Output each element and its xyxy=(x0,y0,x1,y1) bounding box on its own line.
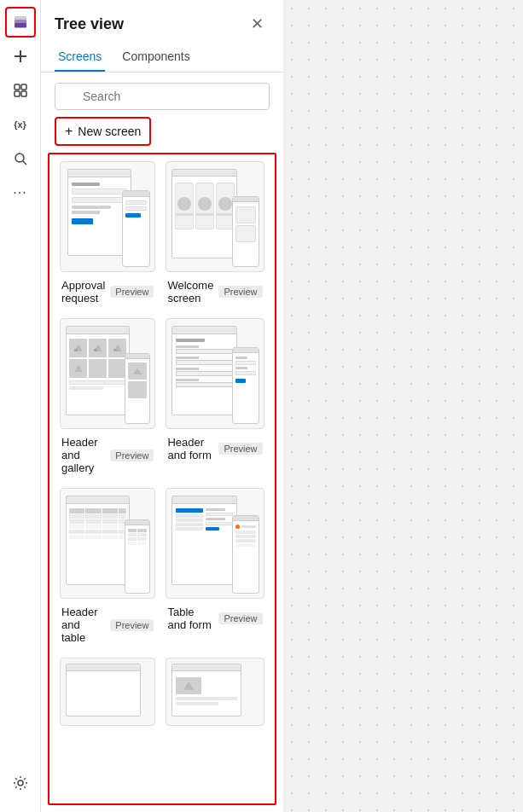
svg-rect-5 xyxy=(15,84,20,90)
template-label-form: Header and form Preview xyxy=(166,436,264,461)
template-card-gallery[interactable]: Header and gallery Preview xyxy=(60,318,155,474)
preview-badge-welcome[interactable]: Preview xyxy=(218,286,262,298)
templates-grid: Approval request Preview xyxy=(60,161,264,726)
search-input[interactable] xyxy=(55,83,270,110)
search-container xyxy=(41,72,283,117)
svg-marker-22 xyxy=(183,682,194,690)
template-card-form[interactable]: Header and form Preview xyxy=(166,318,264,474)
template-label-tableform: Table and form Preview xyxy=(166,606,264,631)
preview-badge-form[interactable]: Preview xyxy=(218,443,262,455)
tab-screens[interactable]: Screens xyxy=(55,43,105,72)
svg-point-11 xyxy=(18,780,23,786)
svg-point-9 xyxy=(15,154,24,162)
svg-rect-19 xyxy=(113,349,117,351)
tree-view-header: Tree view ✕ xyxy=(41,0,283,43)
preview-badge-tableform[interactable]: Preview xyxy=(218,612,262,624)
template-preview-blank1 xyxy=(60,658,155,726)
template-preview-gallery xyxy=(60,318,155,429)
svg-rect-7 xyxy=(15,91,20,96)
tree-view-title: Tree view xyxy=(55,15,124,33)
layers-icon[interactable] xyxy=(5,7,36,38)
template-preview-blank2 xyxy=(166,658,264,726)
template-card-approval[interactable]: Approval request Preview xyxy=(60,161,155,304)
add-icon[interactable] xyxy=(5,41,36,72)
grid-icon[interactable] xyxy=(5,75,36,106)
svg-marker-21 xyxy=(133,368,142,374)
sidebar: {x} ··· xyxy=(0,0,41,812)
variables-icon[interactable]: {x} xyxy=(5,109,36,140)
template-label-approval: Approval request Preview xyxy=(60,279,155,304)
templates-container[interactable]: Approval request Preview xyxy=(48,153,276,805)
tab-components[interactable]: Components xyxy=(119,43,193,72)
svg-rect-8 xyxy=(21,91,26,96)
template-preview-tableform xyxy=(166,488,264,599)
settings-icon[interactable] xyxy=(5,768,36,798)
template-card-welcome[interactable]: Welcome screen Preview xyxy=(166,161,264,304)
template-preview-table xyxy=(60,488,155,599)
template-card-blank2[interactable] xyxy=(166,658,264,726)
close-button[interactable]: ✕ xyxy=(246,12,270,36)
template-card-blank1[interactable] xyxy=(60,658,155,726)
new-screen-button[interactable]: + New screen xyxy=(55,117,151,146)
more-icon[interactable]: ··· xyxy=(5,177,36,208)
template-card-tableform[interactable]: Table and form Preview xyxy=(166,488,264,644)
template-name-gallery: Header and gallery xyxy=(61,436,105,474)
svg-rect-6 xyxy=(21,84,26,90)
svg-line-10 xyxy=(23,161,26,165)
svg-rect-2 xyxy=(15,23,26,27)
preview-badge-table[interactable]: Preview xyxy=(110,619,154,631)
svg-marker-20 xyxy=(74,365,83,372)
new-screen-icon: + xyxy=(65,124,73,139)
new-screen-label: New screen xyxy=(78,125,141,138)
preview-badge-gallery[interactable]: Preview xyxy=(110,450,154,461)
tree-view-panel: Tree view ✕ Screens Components + New scr… xyxy=(41,0,283,812)
svg-rect-17 xyxy=(94,349,97,351)
template-label-welcome: Welcome screen Preview xyxy=(166,279,264,304)
template-label-table: Header and table Preview xyxy=(60,606,155,644)
template-label-gallery: Header and gallery Preview xyxy=(60,436,155,474)
preview-badge-approval[interactable]: Preview xyxy=(110,286,154,298)
template-preview-welcome xyxy=(166,161,264,272)
tabs-bar: Screens Components xyxy=(41,43,283,72)
template-name-welcome: Welcome screen xyxy=(167,279,213,304)
template-name-approval: Approval request xyxy=(61,279,105,304)
template-card-table[interactable]: Header and table Preview xyxy=(60,488,155,644)
template-preview-approval xyxy=(60,161,155,272)
template-name-tableform: Table and form xyxy=(167,606,213,631)
svg-rect-15 xyxy=(74,349,78,351)
search-wrapper xyxy=(55,83,270,110)
template-preview-form xyxy=(166,318,264,429)
canvas-background xyxy=(283,0,523,812)
search-icon[interactable] xyxy=(5,143,36,174)
template-name-form: Header and form xyxy=(167,436,213,461)
template-name-table: Header and table xyxy=(61,606,105,644)
